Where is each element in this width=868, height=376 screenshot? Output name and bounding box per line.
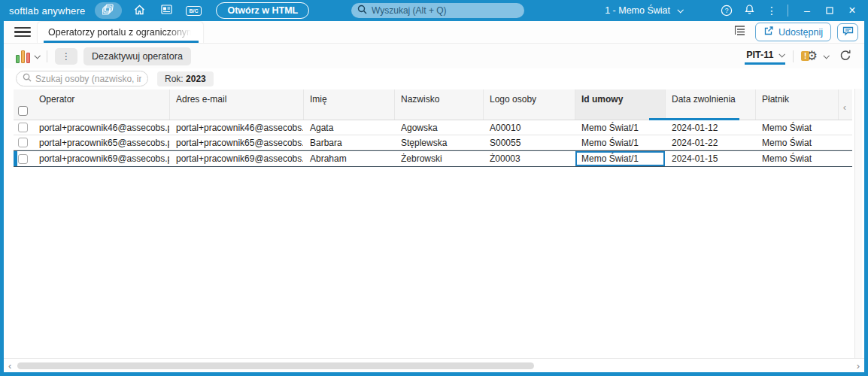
toolbar: ⋮ Dezaktywuj operatora PIT-11 ! ⚙	[4, 44, 864, 68]
year-filter-value: 2023	[186, 74, 206, 84]
row-checkbox[interactable]	[18, 154, 28, 164]
bar-chart-icon	[16, 50, 30, 63]
bc-icon: B/C	[186, 6, 201, 16]
filterbar: Rok: 2023	[4, 68, 864, 89]
tabbar-right: Udostępnij	[731, 23, 858, 41]
window-maximize-button[interactable]	[820, 2, 839, 19]
collapsed-side-panel[interactable]	[854, 89, 862, 362]
chart-view-button[interactable]	[16, 50, 39, 63]
share-icon	[763, 26, 774, 38]
report-selector[interactable]: PIT-11	[745, 50, 785, 63]
column-header-data-zwolnienia[interactable]: Data zwolnienia	[666, 89, 756, 120]
table-row[interactable]: portal+pracownik65@assecobs.pl portal+pr…	[14, 135, 852, 150]
operators-table: Operator Adres e-mail Imię Nazwisko Logo…	[14, 89, 852, 167]
home-icon	[134, 5, 145, 17]
share-button[interactable]: Udostępnij	[755, 23, 831, 41]
report-selector-underline	[745, 62, 785, 65]
person-search[interactable]	[16, 71, 148, 86]
table-body: portal+pracownik46@assecobs.pl portal+pr…	[14, 120, 852, 167]
column-header-operator[interactable]: Operator	[33, 89, 170, 120]
select-all-checkbox[interactable]	[18, 106, 28, 116]
tabbar: Operatorzy portalu z ograniczonym do Udo…	[4, 21, 864, 44]
sitemap-icon	[733, 25, 746, 39]
scrollbar-thumb[interactable]	[17, 362, 534, 369]
home-button[interactable]	[129, 2, 149, 19]
chevron-down-icon	[677, 7, 683, 13]
scroll-left-arrow[interactable]: ‹	[4, 360, 16, 371]
header-collapse-button[interactable]: ‹	[839, 89, 852, 120]
row-checkbox[interactable]	[18, 138, 28, 147]
window-close-button[interactable]: ×	[842, 2, 862, 19]
row-checkbox[interactable]	[18, 123, 28, 132]
row-actions-button[interactable]: ⋮	[55, 48, 77, 65]
horizontal-scrollbar[interactable]: ‹ ›	[4, 358, 864, 372]
layout-tree-button[interactable]	[731, 24, 749, 41]
titlebar-separator	[788, 5, 788, 17]
person-search-input[interactable]	[35, 74, 141, 84]
column-header-nazwisko[interactable]: Nazwisko	[395, 89, 484, 120]
refresh-button[interactable]	[839, 49, 852, 64]
scroll-right-arrow[interactable]: ›	[852, 360, 864, 371]
news-icon	[161, 5, 172, 17]
notifications-button[interactable]	[739, 2, 759, 19]
kebab-icon: ⋮	[62, 51, 71, 62]
chevron-down-icon	[823, 53, 829, 59]
settings-warning-button[interactable]: ! ⚙	[801, 50, 818, 62]
bc-button[interactable]: B/C	[184, 2, 203, 19]
company-selector[interactable]: 1 - Memo Świat	[605, 5, 682, 16]
help-button[interactable]: ?	[717, 2, 736, 19]
table-area: Operator Adres e-mail Imię Nazwisko Logo…	[4, 89, 864, 372]
window-minimize-button[interactable]: –	[797, 2, 817, 19]
toolbar-separator	[47, 50, 47, 62]
tab-operatorzy-portalu[interactable]: Operatorzy portalu z ograniczonym do	[37, 21, 204, 43]
maximize-icon	[826, 5, 833, 17]
deactivate-operator-button[interactable]: Dezaktywuj operatora	[83, 47, 191, 65]
app-logo: softlab anywhere	[6, 5, 91, 17]
global-search[interactable]	[351, 3, 524, 18]
column-header-logo-osoby[interactable]: Logo osoby	[484, 89, 575, 120]
layers-icon	[102, 4, 115, 17]
selected-row-indicator	[14, 151, 17, 166]
workspaces-button[interactable]	[95, 2, 122, 19]
close-icon: ×	[848, 4, 855, 17]
toolbar-separator	[793, 50, 794, 62]
scrollbar-track[interactable]	[16, 362, 851, 370]
comment-icon	[842, 26, 854, 38]
svg-text:?: ?	[725, 7, 729, 14]
news-button[interactable]	[156, 2, 176, 19]
refresh-icon	[839, 49, 852, 64]
global-search-input[interactable]	[372, 5, 518, 16]
titlebar: softlab anywhere B/C Otwórz w HTML	[0, 0, 868, 21]
table-row-selected[interactable]: portal+pracownik69@assecobs.pl portal+pr…	[14, 150, 852, 167]
minimize-icon: –	[804, 5, 810, 17]
chevron-left-icon: ‹	[843, 102, 846, 113]
active-tab-indicator	[44, 41, 199, 43]
titlebar-right: 1 - Memo Świat ? ⋮ – ×	[605, 2, 862, 19]
warning-icon: !	[801, 51, 809, 61]
year-filter-chip[interactable]: Rok: 2023	[157, 71, 214, 86]
column-header-platnik[interactable]: Płatnik	[756, 89, 839, 120]
column-header-adres-email[interactable]: Adres e-mail	[170, 89, 304, 120]
chevron-down-icon	[34, 53, 40, 59]
open-in-html-button[interactable]: Otwórz w HTML	[216, 2, 309, 19]
column-header-imie[interactable]: Imię	[304, 89, 395, 120]
kebab-icon: ⋮	[766, 5, 777, 16]
hamburger-icon	[14, 27, 31, 29]
table-header-row: Operator Adres e-mail Imię Nazwisko Logo…	[14, 89, 852, 120]
chevron-down-icon	[779, 51, 785, 57]
search-icon	[23, 73, 32, 84]
menu-button[interactable]	[14, 25, 31, 40]
column-header-id-umowy[interactable]: Id umowy	[575, 89, 666, 120]
focused-cell[interactable]: Memo Świat/1	[575, 151, 666, 166]
toolbar-right: PIT-11 ! ⚙	[745, 49, 852, 64]
bell-icon	[744, 4, 755, 17]
comments-button[interactable]	[837, 23, 858, 41]
titlebar-more-button[interactable]: ⋮	[762, 2, 782, 19]
table-row[interactable]: portal+pracownik46@assecobs.pl portal+pr…	[14, 120, 852, 135]
app-window: softlab anywhere B/C Otwórz w HTML	[0, 0, 868, 376]
search-icon	[357, 5, 367, 17]
